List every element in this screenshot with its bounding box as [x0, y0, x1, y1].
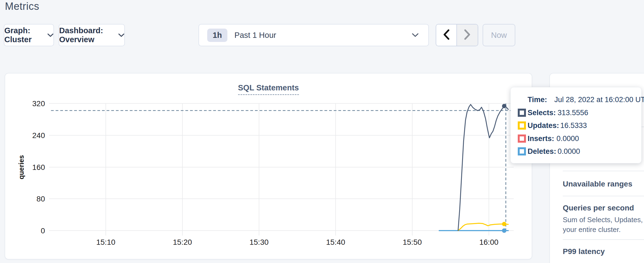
time-step-button-group [436, 24, 478, 46]
time-range-label: Past 1 Hour [234, 31, 406, 40]
chevron-right-icon [464, 29, 471, 41]
tooltip-series-value: 16.5333 [560, 121, 587, 130]
tooltip-series-label: Deletes: [528, 147, 556, 156]
chart-hover-tooltip: Time: Jul 28, 2022 at 16:02:00 UTC Selec… [510, 87, 642, 163]
chevron-down-icon [47, 33, 53, 37]
previous-time-window-button[interactable] [436, 25, 457, 46]
sidebar-stat-description-line: your entire cluster. [563, 225, 621, 234]
chevron-left-icon [443, 29, 450, 41]
time-range-selector[interactable]: 1h Past 1 Hour [198, 24, 429, 46]
svg-text:80: 80 [37, 195, 45, 203]
tooltip-time-value: Jul 28, 2022 at 16:02:00 UTC [554, 96, 644, 104]
svg-text:15:50: 15:50 [403, 238, 422, 246]
tooltip-time-label: Time: [528, 96, 547, 104]
sidebar-divider [563, 171, 644, 171]
time-range-badge: 1h [207, 29, 227, 42]
selects-legend-swatch [518, 109, 526, 117]
graph-scope-label: Graph: Cluster [4, 26, 41, 44]
chevron-down-icon [118, 33, 124, 37]
deletes-legend-swatch [518, 147, 526, 155]
svg-text:240: 240 [32, 131, 45, 140]
sidebar-divider [563, 239, 644, 240]
tooltip-series-value: 313.5556 [558, 109, 588, 117]
svg-text:queries: queries [17, 155, 25, 179]
chart-title[interactable]: SQL Statements [238, 83, 299, 95]
updates-legend-swatch [518, 121, 526, 130]
now-button[interactable]: Now [483, 24, 515, 46]
svg-text:320: 320 [32, 99, 45, 108]
svg-text:15:30: 15:30 [249, 238, 269, 246]
sidebar-divider [563, 196, 644, 196]
tooltip-series-label: Selects: [528, 109, 556, 117]
sql-statements-line-chart[interactable]: 08016024032015:1015:2015:3015:4015:5016:… [5, 74, 532, 259]
dashboard-label: Dashboard: Overview [59, 26, 112, 44]
svg-text:15:40: 15:40 [326, 238, 345, 246]
sidebar-stat-p99-latency: P99 latency [563, 247, 605, 256]
svg-text:160: 160 [32, 163, 45, 172]
svg-text:0: 0 [41, 227, 45, 235]
tooltip-series-value: 0.0000 [556, 134, 579, 143]
svg-text:16:00: 16:00 [479, 238, 498, 246]
tooltip-series-label: Updates: [528, 121, 559, 130]
sidebar-stat-description-line: Sum of Selects, Updates, Inser [563, 216, 644, 224]
sql-statements-chart-card: SQL Statements 08016024032015:1015:2015:… [5, 73, 532, 259]
now-button-label: Now [491, 31, 507, 40]
sidebar-stat-queries-per-second: Queries per second [563, 204, 634, 212]
graph-scope-dropdown[interactable]: Graph: Cluster [4, 24, 54, 46]
next-time-window-button-disabled[interactable] [457, 25, 478, 46]
tooltip-series-label: Inserts: [528, 134, 554, 143]
page-title: Metrics [5, 1, 39, 12]
tooltip-series-value: 0.0000 [558, 147, 580, 156]
inserts-legend-swatch [518, 134, 526, 143]
svg-text:15:10: 15:10 [96, 238, 115, 246]
sidebar-stat-unavailable-ranges: Unavailable ranges [563, 180, 632, 188]
dashboard-dropdown[interactable]: Dashboard: Overview [59, 24, 125, 46]
chevron-down-icon [412, 33, 419, 37]
svg-text:15:20: 15:20 [173, 238, 192, 246]
